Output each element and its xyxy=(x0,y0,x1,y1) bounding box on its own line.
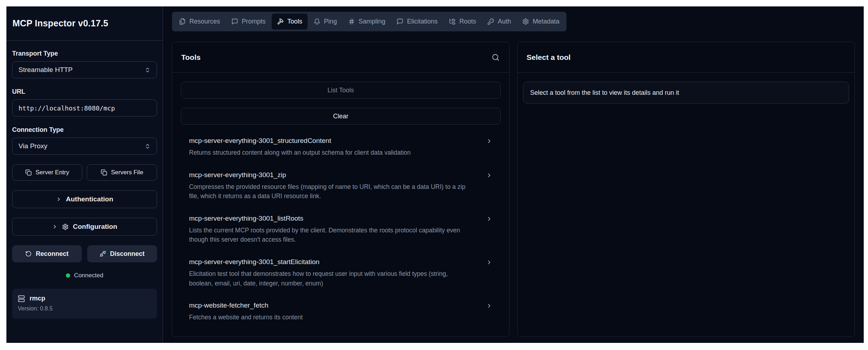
list-tools-button[interactable]: List Tools xyxy=(181,82,501,99)
tool-name: mcp-server-everything-3001_zip xyxy=(189,171,471,179)
search-icon[interactable] xyxy=(491,53,500,62)
tab-label: Resources xyxy=(189,18,220,25)
tab-roots[interactable]: Roots xyxy=(444,14,481,30)
tab-label: Ping xyxy=(324,18,337,25)
content-area: Tools List Tools Clear mcp-server-everyt… xyxy=(172,42,855,337)
tools-panel-body: List Tools Clear mcp-server-everything-3… xyxy=(172,73,509,336)
tool-list-item[interactable]: mcp-server-everything-3001_structuredCon… xyxy=(181,137,501,158)
tool-text: mcp-server-everything-3001_listRoots Lis… xyxy=(189,215,486,245)
server-name: rmcp xyxy=(30,295,45,302)
tool-text: mcp-server-everything-3001_structuredCon… xyxy=(189,137,486,158)
chevron-right-icon xyxy=(486,303,492,309)
tab-label: Roots xyxy=(459,18,476,25)
tool-description: Returns structured content along with an… xyxy=(189,148,471,158)
server-entry-label: Server Entry xyxy=(36,169,69,176)
disconnect-button[interactable]: Disconnect xyxy=(87,245,157,262)
connection-type-value: Via Proxy xyxy=(19,142,47,150)
tab-resources[interactable]: Resources xyxy=(174,14,225,30)
chevrons-up-down-icon xyxy=(145,143,151,149)
chevron-right-icon xyxy=(52,224,58,230)
tool-description: Lists the current MCP roots provided by … xyxy=(189,226,471,245)
reconnect-button[interactable]: Reconnect xyxy=(12,245,82,262)
sidebar-header: MCP Inspector v0.17.5 xyxy=(6,6,163,41)
tool-list-item[interactable]: mcp-server-everything-3001_listRoots Lis… xyxy=(181,215,501,245)
servers-file-button[interactable]: Servers File xyxy=(87,164,157,181)
transport-type-select[interactable]: Streamable HTTP xyxy=(12,61,157,78)
tools-panel: Tools List Tools Clear mcp-server-everyt… xyxy=(172,42,509,337)
tool-text: mcp-server-everything-3001_startElicitat… xyxy=(189,258,486,288)
server-entry-button[interactable]: Server Entry xyxy=(12,164,82,181)
tab-label: Auth xyxy=(498,18,511,25)
server-icon xyxy=(18,295,25,302)
files-icon xyxy=(179,18,186,25)
app-title: MCP Inspector v0.17.5 xyxy=(12,18,108,29)
tool-name: mcp-server-everything-3001_structuredCon… xyxy=(189,137,471,145)
detail-panel-body: Select a tool from the list to view its … xyxy=(518,73,854,104)
reconnect-label: Reconnect xyxy=(36,250,68,258)
top-nav: Resources Prompts Tools Ping xyxy=(172,12,566,31)
bell-icon xyxy=(314,18,320,25)
connection-type-select[interactable]: Via Proxy xyxy=(12,138,157,155)
tool-list-item[interactable]: mcp-server-everything-3001_startElicitat… xyxy=(181,258,501,288)
chevron-right-icon xyxy=(486,216,492,222)
configuration-label: Configuration xyxy=(73,223,117,231)
sidebar: MCP Inspector v0.17.5 Transport Type Str… xyxy=(6,6,163,343)
tools-panel-title: Tools xyxy=(181,53,200,62)
unplug-icon xyxy=(100,251,106,257)
connection-type-label: Connection Type xyxy=(12,126,157,134)
connection-status: Connected xyxy=(12,272,157,279)
gear-icon xyxy=(522,18,529,25)
tool-name: mcp-server-everything-3001_startElicitat… xyxy=(189,258,471,266)
server-name-row: rmcp xyxy=(18,295,151,302)
tab-label: Metadata xyxy=(533,18,559,25)
authentication-label: Authentication xyxy=(66,195,113,203)
tool-text: mcp-server-everything-3001_zip Compresse… xyxy=(189,171,486,201)
chevron-right-icon xyxy=(56,196,62,202)
tab-prompts[interactable]: Prompts xyxy=(226,14,271,30)
hammer-icon xyxy=(277,18,284,25)
tools-panel-header: Tools xyxy=(172,42,509,73)
empty-state-message: Select a tool from the list to view its … xyxy=(523,82,849,104)
connected-label: Connected xyxy=(74,272,103,279)
authentication-toggle[interactable]: Authentication xyxy=(12,190,157,208)
tab-ping[interactable]: Ping xyxy=(308,14,342,30)
transport-type-label: Transport Type xyxy=(12,50,157,57)
gear-icon xyxy=(62,223,69,230)
servers-file-label: Servers File xyxy=(111,169,143,176)
tool-list-item[interactable]: mcp-server-everything-3001_zip Compresse… xyxy=(181,171,501,201)
rotate-ccw-icon xyxy=(25,251,32,257)
transport-type-value: Streamable HTTP xyxy=(19,66,73,74)
detail-panel-header: Select a tool xyxy=(518,42,854,73)
tool-list-item[interactable]: mcp-website-fetcher_fetch Fetches a webs… xyxy=(181,302,501,322)
sidebar-body: Transport Type Streamable HTTP URL Conne… xyxy=(6,41,163,319)
clear-button[interactable]: Clear xyxy=(181,108,501,125)
tab-sampling[interactable]: Sampling xyxy=(343,14,391,30)
entry-buttons-row: Server Entry Servers File xyxy=(12,164,157,181)
tab-tools[interactable]: Tools xyxy=(272,14,308,30)
copy-icon xyxy=(101,169,107,176)
disconnect-label: Disconnect xyxy=(110,250,145,258)
url-input[interactable] xyxy=(12,99,157,117)
tab-metadata[interactable]: Metadata xyxy=(517,14,565,30)
connected-dot xyxy=(66,273,70,278)
tool-text: mcp-website-fetcher_fetch Fetches a webs… xyxy=(189,302,486,322)
connection-actions-row: Reconnect Disconnect xyxy=(12,245,157,262)
main-area: Resources Prompts Tools Ping xyxy=(163,6,864,343)
chevron-right-icon xyxy=(486,259,492,266)
tab-label: Prompts xyxy=(242,18,266,25)
message-square-icon xyxy=(397,18,403,25)
server-info-card: rmcp Version: 0.8.5 xyxy=(12,289,157,319)
configuration-toggle[interactable]: Configuration xyxy=(12,218,157,236)
tab-elicitations[interactable]: Elicitations xyxy=(391,14,443,30)
mcp-inspector-app: MCP Inspector v0.17.5 Transport Type Str… xyxy=(6,6,864,343)
server-version: Version: 0.8.5 xyxy=(18,305,151,312)
page: { "app": { "title": "MCP Inspector v0.17… xyxy=(0,0,868,350)
tab-auth[interactable]: Auth xyxy=(482,14,516,30)
detail-panel-title: Select a tool xyxy=(527,53,571,62)
folder-tree-icon xyxy=(449,18,456,25)
tool-detail-panel: Select a tool Select a tool from the lis… xyxy=(517,42,855,337)
hash-icon xyxy=(348,18,355,25)
tool-description: Compresses the provided resource files (… xyxy=(189,182,471,201)
tool-description: Elicitation test tool that demonstrates … xyxy=(189,269,471,288)
copy-icon xyxy=(25,169,32,176)
